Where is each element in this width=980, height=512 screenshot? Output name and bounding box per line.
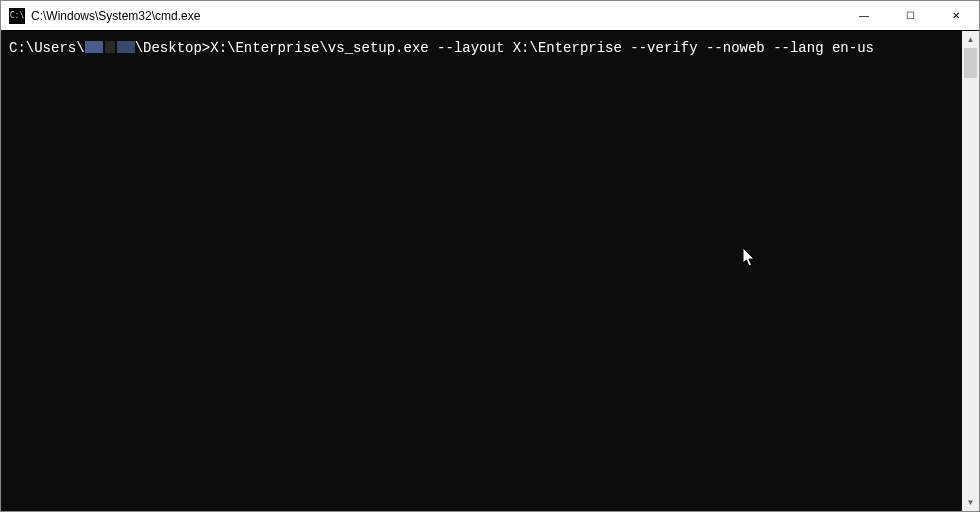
redacted-username <box>85 41 103 53</box>
maximize-icon: ☐ <box>906 10 915 21</box>
chevron-up-icon: ▲ <box>967 35 975 44</box>
scroll-track[interactable] <box>962 48 979 494</box>
cmd-window: C:\ C:\Windows\System32\cmd.exe — ☐ ✕ C:… <box>0 0 980 512</box>
minimize-button[interactable]: — <box>841 1 887 30</box>
maximize-button[interactable]: ☐ <box>887 1 933 30</box>
terminal-line: C:\Users\\Desktop>X:\Enterprise\vs_setup… <box>9 39 962 57</box>
close-icon: ✕ <box>952 10 960 21</box>
cmd-icon-text: C:\ <box>10 12 24 20</box>
prompt-suffix: \Desktop> <box>135 40 211 56</box>
scroll-up-button[interactable]: ▲ <box>962 31 979 48</box>
command-text: X:\Enterprise\vs_setup.exe --layout X:\E… <box>210 40 874 56</box>
terminal-area[interactable]: C:\Users\\Desktop>X:\Enterprise\vs_setup… <box>1 31 979 511</box>
redacted-username <box>117 41 135 53</box>
titlebar[interactable]: C:\ C:\Windows\System32\cmd.exe — ☐ ✕ <box>1 1 979 31</box>
chevron-down-icon: ▼ <box>967 498 975 507</box>
prompt-prefix: C:\Users\ <box>9 40 85 56</box>
redacted-username <box>105 41 115 53</box>
scroll-thumb[interactable] <box>964 48 977 78</box>
scroll-down-button[interactable]: ▼ <box>962 494 979 511</box>
window-controls: — ☐ ✕ <box>841 1 979 30</box>
terminal-content[interactable]: C:\Users\\Desktop>X:\Enterprise\vs_setup… <box>1 31 962 511</box>
close-button[interactable]: ✕ <box>933 1 979 30</box>
cmd-icon: C:\ <box>9 8 25 24</box>
minimize-icon: — <box>859 10 869 21</box>
window-title: C:\Windows\System32\cmd.exe <box>31 9 841 23</box>
vertical-scrollbar[interactable]: ▲ ▼ <box>962 31 979 511</box>
